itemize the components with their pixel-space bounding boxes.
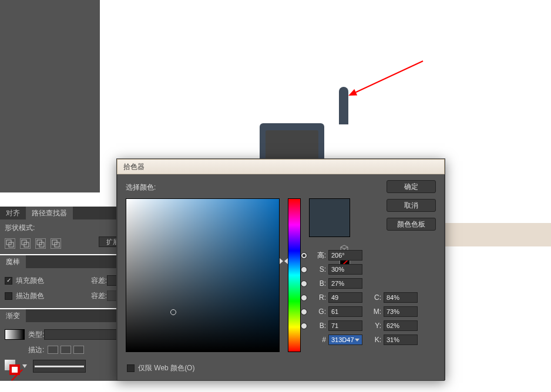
hue-slider[interactable] bbox=[288, 198, 301, 352]
shape-mode-icons bbox=[5, 238, 61, 249]
left-dock-panel bbox=[0, 0, 100, 192]
k-label: K: bbox=[371, 336, 381, 344]
stroke-swatch[interactable] bbox=[9, 364, 20, 375]
g-label: G: bbox=[308, 307, 326, 316]
fill-color-label: 填充颜色 bbox=[16, 276, 44, 286]
b-input[interactable]: 71 bbox=[328, 320, 362, 331]
angle-dropdown-icon[interactable] bbox=[22, 364, 27, 368]
h-label: 高: bbox=[308, 251, 326, 261]
bv-input[interactable]: 27% bbox=[328, 278, 362, 289]
exclude-icon[interactable] bbox=[51, 238, 61, 249]
bv-label: B: bbox=[308, 279, 326, 288]
tab-align[interactable]: 对齐 bbox=[0, 207, 26, 219]
gradient-slider[interactable] bbox=[33, 360, 86, 373]
stroke-color-label: 描边颜色 bbox=[16, 291, 44, 301]
tab-pathfinder[interactable]: 路径查找器 bbox=[26, 207, 73, 219]
gradient-type-select[interactable] bbox=[44, 329, 127, 340]
gradient-panel: 渐变 类型: 描边: bbox=[0, 309, 132, 381]
k-input[interactable]: 31% bbox=[384, 334, 418, 345]
web-only-checkbox[interactable] bbox=[127, 364, 135, 372]
stroke-label-2: 描边: bbox=[28, 345, 44, 355]
r-input[interactable]: 49 bbox=[328, 292, 362, 303]
color-fields: 高:206° S:30% B:27% R:49 G:61 B:71 #313D4… bbox=[301, 248, 418, 347]
s-radio[interactable] bbox=[301, 266, 307, 273]
stroke-grad-opt1-icon[interactable] bbox=[48, 346, 58, 354]
hue-slider-indicator-icon[interactable] bbox=[280, 198, 288, 352]
saturation-value-field[interactable] bbox=[126, 198, 280, 352]
annotation-arrow bbox=[347, 59, 429, 102]
y-input[interactable]: 62% bbox=[384, 320, 418, 331]
stroke-color-checkbox[interactable] bbox=[5, 292, 12, 300]
pathfinder-panel: 对齐 路径查找器 形状模式: 扩展 bbox=[0, 207, 132, 254]
cancel-button[interactable]: 取消 bbox=[387, 199, 436, 212]
b-label: B: bbox=[308, 322, 326, 330]
h-radio[interactable] bbox=[301, 252, 307, 259]
svg-line-0 bbox=[355, 61, 423, 93]
web-only-label: 仅限 Web 颜色(O) bbox=[138, 363, 194, 373]
fill-color-checkbox[interactable] bbox=[5, 277, 12, 285]
ok-button[interactable]: 确定 bbox=[387, 180, 436, 193]
tolerance-label-2: 容差: bbox=[91, 291, 107, 301]
magic-wand-panel: 魔棒 填充颜色 容差: 20 描边颜色 容差: 20 bbox=[0, 255, 132, 308]
y-label: Y: bbox=[371, 322, 381, 330]
b-radio[interactable] bbox=[301, 323, 307, 329]
sv-indicator-icon[interactable] bbox=[170, 309, 176, 315]
intersect-icon[interactable] bbox=[35, 238, 46, 249]
stroke-grad-opt2-icon[interactable] bbox=[61, 346, 71, 354]
gradient-preview[interactable] bbox=[5, 329, 25, 340]
hex-label: # bbox=[308, 336, 326, 344]
m-label: M: bbox=[371, 307, 381, 316]
color-picker-dialog: 拾色器 选择颜色: 确定 取消 颜色色板 bbox=[116, 158, 445, 380]
g-input[interactable]: 61 bbox=[328, 306, 362, 317]
tolerance-label-1: 容差: bbox=[91, 276, 107, 286]
dialog-title-text: 拾色器 bbox=[123, 162, 145, 172]
bv-radio[interactable] bbox=[301, 281, 307, 287]
tab-gradient[interactable]: 渐变 bbox=[0, 309, 26, 322]
g-radio[interactable] bbox=[301, 309, 307, 315]
color-swatches-button[interactable]: 颜色色板 bbox=[387, 218, 436, 231]
color-preview bbox=[309, 198, 350, 237]
unite-icon[interactable] bbox=[5, 238, 15, 249]
tab-magic-wand[interactable]: 魔棒 bbox=[0, 255, 26, 268]
dialog-titlebar[interactable]: 拾色器 bbox=[117, 159, 445, 174]
type-label: 类型: bbox=[28, 330, 44, 340]
panel-tabbar: 对齐 路径查找器 bbox=[0, 207, 132, 219]
s-label: S: bbox=[308, 265, 326, 273]
r-radio[interactable] bbox=[301, 295, 307, 301]
minus-front-icon[interactable] bbox=[20, 238, 31, 249]
r-label: R: bbox=[308, 293, 326, 302]
hex-input[interactable]: 313D47 bbox=[328, 334, 362, 345]
c-label: C: bbox=[371, 293, 381, 302]
s-input[interactable]: 30% bbox=[328, 264, 362, 275]
c-input[interactable]: 84% bbox=[384, 292, 418, 303]
panel-stack: 对齐 路径查找器 形状模式: 扩展 魔棒 填充颜色 bbox=[0, 207, 132, 381]
stroke-grad-opt3-icon[interactable] bbox=[73, 346, 84, 354]
m-input[interactable]: 73% bbox=[384, 306, 418, 317]
fill-stroke-indicator[interactable] bbox=[5, 360, 20, 375]
shape-mode-label: 形状模式: bbox=[5, 223, 127, 233]
h-input[interactable]: 206° bbox=[328, 250, 362, 261]
